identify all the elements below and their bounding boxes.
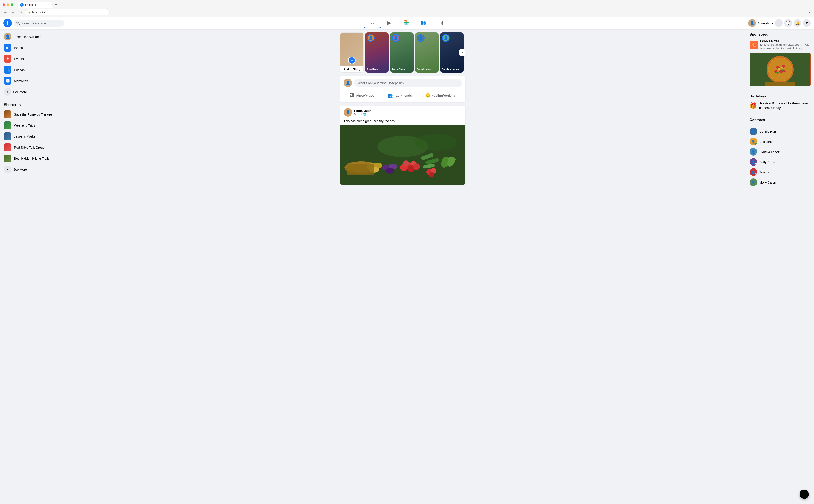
new-tab-button[interactable]: + xyxy=(53,2,59,8)
refresh-button[interactable]: ↻ xyxy=(18,9,23,15)
tag-friends-label: Tag Friends xyxy=(394,94,412,97)
contact-avatar-dennis: 👤 xyxy=(750,128,757,135)
post-fiona: 👤 Fiona Ozeri 5 hrs · 🌐 ··· This has som… xyxy=(340,106,465,185)
add-button[interactable]: + xyxy=(775,19,783,27)
minimize-dot[interactable] xyxy=(7,3,9,6)
sidebar-profile-label: Josephine Williams xyxy=(14,35,41,39)
contact-eric[interactable]: 👤 Eric Jones xyxy=(750,136,811,147)
shortcut-redtable-label: Red Table Talk Group xyxy=(14,146,45,149)
svg-point-6 xyxy=(413,163,420,170)
close-dot[interactable] xyxy=(3,3,5,6)
facebook-app: f 🔍 Search Facebook ⌂ ▶ 🏪 👥 ⊡ xyxy=(0,17,814,504)
notifications-button[interactable]: 🔔 xyxy=(794,19,801,27)
contact-avatar-molly: 👤 xyxy=(750,178,757,186)
contact-betty[interactable]: 👤 Betty Chen xyxy=(750,157,811,167)
feeling-activity-button[interactable]: 😊 Feeling/Activity xyxy=(422,91,459,100)
birthday-icon: 🎁 xyxy=(750,102,757,109)
contact-online-cynthia xyxy=(755,153,757,156)
story-add-card[interactable]: + Add to Story xyxy=(340,32,364,73)
svg-point-26 xyxy=(768,58,792,81)
facebook-logo-f: f xyxy=(7,20,8,26)
profile-avatar: 👤 xyxy=(4,33,11,40)
browser-tab[interactable]: f Facebook ✕ xyxy=(18,2,52,8)
composer-top: 👤 What's on your mind, Josephine? xyxy=(344,79,462,87)
contact-name-molly: Molly Carter xyxy=(759,181,776,184)
story-name-betty: Betty Chen xyxy=(392,68,412,71)
shortcut-weekend[interactable]: Weekend Trips xyxy=(2,120,58,131)
search-icon: 🔍 xyxy=(16,21,20,25)
forward-button[interactable]: → xyxy=(10,10,16,15)
tag-friends-button[interactable]: 👥 Tag Friends xyxy=(384,91,415,100)
url-bar[interactable]: 🔒 facebook.com xyxy=(25,9,110,15)
marketplace-icon: 🏪 xyxy=(403,20,409,26)
shortcut-jasper[interactable]: Jasper's Market xyxy=(2,131,58,142)
birthdays-section: Birthdays 🎁 Jessica, Erica and 2 others … xyxy=(750,94,811,110)
svg-point-8 xyxy=(403,160,409,166)
browser-more-button[interactable]: ⋮ xyxy=(808,10,811,15)
browser-chrome: f Facebook ✕ + ← → ↻ 🔒 facebook.com ⋮ xyxy=(0,0,814,17)
ad-image[interactable] xyxy=(750,53,811,86)
watch-icon: ▶ xyxy=(4,44,11,52)
story-card-betty[interactable]: 👤 Betty Chen xyxy=(390,32,414,73)
facebook-logo[interactable]: f xyxy=(3,19,12,27)
tag-icon: 👥 xyxy=(387,93,393,98)
messenger-button[interactable]: 💬 xyxy=(784,19,792,27)
contact-online-eric xyxy=(755,143,757,145)
post-time-fiona: 5 hrs xyxy=(354,113,360,116)
right-sidebar: Sponsored 🍕 Lebo's Pizza Experience the … xyxy=(746,29,814,504)
contact-dennis[interactable]: 👤 Dennis Han xyxy=(750,126,811,136)
weekend-icon xyxy=(4,121,11,129)
tab-title: Facebook xyxy=(25,3,37,6)
navbar-user[interactable]: 👤 Josephine xyxy=(748,19,773,27)
shortcuts-see-more-button[interactable]: ▾ See More xyxy=(2,164,58,175)
nav-marketplace-button[interactable]: 🏪 xyxy=(398,18,415,28)
story-card-tom[interactable]: 👤 Tom Russo xyxy=(365,32,389,73)
contact-tina[interactable]: 👤 Tina Lim xyxy=(750,167,811,177)
sidebar-item-watch[interactable]: ▶ Watch xyxy=(2,42,58,53)
post-image-svg xyxy=(340,125,465,185)
sponsored-section: Sponsored 🍕 Lebo's Pizza Experience the … xyxy=(750,32,811,86)
sidebar-item-events[interactable]: ★ Events xyxy=(2,53,58,64)
contact-cynthia[interactable]: 👤 Cynthia Lopez xyxy=(750,147,811,157)
ad-header: 🍕 Lebo's Pizza Experience the trendy piz… xyxy=(750,39,811,50)
sidebar-events-label: Events xyxy=(14,57,24,61)
sidebar-item-profile[interactable]: 👤 Josephine Williams xyxy=(2,31,58,42)
new-chat-icon: + xyxy=(803,491,806,497)
contact-molly[interactable]: 👤 Molly Carter xyxy=(750,177,811,187)
nav-pages-button[interactable]: ⊡ xyxy=(432,18,449,28)
friends-icon: 👥 xyxy=(4,66,11,74)
post-input[interactable]: What's on your mind, Josephine? xyxy=(354,79,462,87)
contacts-more-icon[interactable]: ··· xyxy=(807,119,811,124)
sidebar-item-memories[interactable]: 🕐 Memories xyxy=(2,75,58,86)
home-icon: ⌂ xyxy=(371,20,374,26)
stories-next-button[interactable]: › xyxy=(459,49,465,56)
memories-icon: 🕐 xyxy=(4,77,11,85)
shortcut-jasper-label: Jasper's Market xyxy=(14,135,36,138)
pages-icon: ⊡ xyxy=(438,21,443,25)
nav-home-button[interactable]: ⌂ xyxy=(364,18,381,28)
shortcut-redtable[interactable]: Red Table Talk Group xyxy=(2,142,58,153)
account-menu-button[interactable]: ▾ xyxy=(803,19,811,27)
new-chat-fab[interactable]: + xyxy=(800,490,809,499)
story-card-dennis[interactable]: 👤 Dennis Han xyxy=(415,32,439,73)
shortcut-hiking[interactable]: Best Hidden Hiking Trails xyxy=(2,153,58,164)
post-more-button[interactable]: ··· xyxy=(458,110,462,115)
photo-video-button[interactable]: 🖼 Photo/Video xyxy=(347,91,378,100)
tab-close-button[interactable]: ✕ xyxy=(47,3,49,6)
nav-groups-button[interactable]: 👥 xyxy=(415,18,432,28)
pomeroy-icon xyxy=(4,110,11,118)
nav-video-button[interactable]: ▶ xyxy=(381,18,398,28)
shortcut-pomeroy[interactable]: Save the Pomeroy Theatre xyxy=(2,109,58,120)
shortcuts-more-icon[interactable]: ··· xyxy=(52,103,56,107)
maximize-dot[interactable] xyxy=(11,3,13,6)
back-button[interactable]: ← xyxy=(3,10,8,15)
search-bar[interactable]: 🔍 Search Facebook xyxy=(14,20,64,27)
post-text-fiona: This has some great healthy recipes xyxy=(340,119,465,125)
contacts-section: Contacts ··· 👤 Dennis Han 👤 Eric Jones xyxy=(750,118,811,187)
ad-image-svg xyxy=(750,53,811,86)
navbar-username: Josephine xyxy=(758,21,773,25)
sidebar-item-friends[interactable]: 👥 Friends xyxy=(2,64,58,75)
svg-point-20 xyxy=(414,134,457,151)
sidebar-see-more-button[interactable]: ▾ See More xyxy=(2,86,58,97)
shortcuts-header: Shortcuts ··· xyxy=(2,101,58,109)
